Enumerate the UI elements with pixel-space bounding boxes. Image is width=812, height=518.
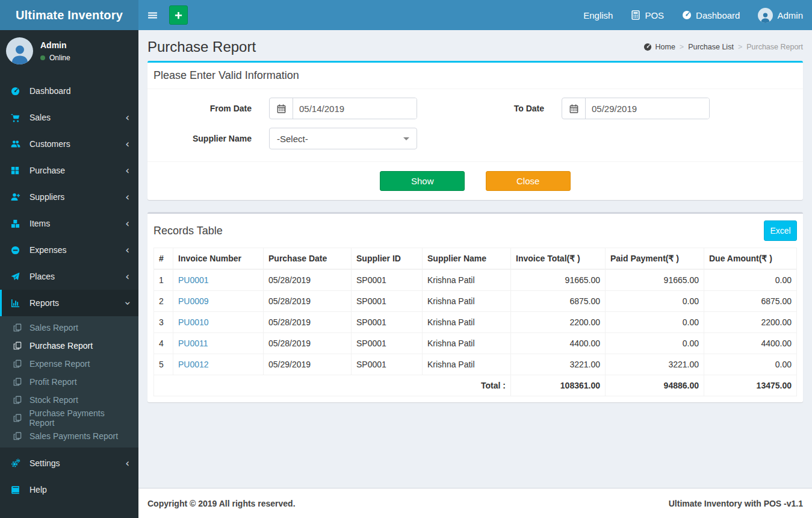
submenu-item-expense-report[interactable]: Expense Report xyxy=(0,355,138,373)
calendar-icon[interactable] xyxy=(270,98,293,119)
filter-card-body: From Date To Date Supplier Name -Select- xyxy=(147,89,803,161)
from-date-input[interactable] xyxy=(293,98,417,119)
dashboard-icon xyxy=(11,87,24,96)
table-header-row: # Invoice Number Purchase Date Supplier … xyxy=(154,248,797,270)
sidebar: Admin Online Dashboard Sales‹ Customers‹… xyxy=(0,30,138,518)
submenu-item-profit-report[interactable]: Profit Report xyxy=(0,373,138,391)
column-header-invoice-total: Invoice Total(₹ ) xyxy=(511,248,606,270)
chevron-left-icon: ‹ xyxy=(125,458,129,469)
nav-language[interactable]: English xyxy=(574,0,622,30)
submenu-item-stock-report[interactable]: Stock Report xyxy=(0,391,138,409)
online-dot-icon xyxy=(40,55,45,60)
invoice-link[interactable]: PU0010 xyxy=(178,317,209,327)
user-plus-icon xyxy=(11,192,24,202)
sidebar-item-settings[interactable]: Settings‹ xyxy=(0,450,138,476)
records-card-title: Records Table xyxy=(153,225,223,237)
table-row: 2 PU0009 05/28/2019 SP0001 Krishna Patil… xyxy=(154,291,797,312)
sidebar-item-reports[interactable]: Reports‹ xyxy=(0,290,138,316)
breadcrumb-current: Purchase Report xyxy=(746,43,803,51)
nav-pos[interactable]: POS xyxy=(622,0,673,30)
invoice-link[interactable]: PU0009 xyxy=(178,296,209,306)
filter-card: Please Enter Valid Information From Date… xyxy=(147,61,803,200)
content-area: Purchase Report Home > Purchase List > P… xyxy=(138,0,812,458)
dashboard-icon xyxy=(682,10,692,20)
invoice-link[interactable]: PU0012 xyxy=(178,360,209,369)
copy-icon xyxy=(13,360,25,368)
sidebar-toggle-button[interactable] xyxy=(138,0,166,30)
from-date-label: From Date xyxy=(153,104,252,113)
person-icon xyxy=(9,43,31,64)
dashboard-icon xyxy=(643,43,652,51)
reports-submenu: Sales Report Purchase Report Expense Rep… xyxy=(0,316,138,448)
top-bar: Ultimate Inventory English POS Dashboard xyxy=(0,0,812,30)
sidebar-item-expenses[interactable]: Expenses‹ xyxy=(0,237,138,263)
calculator-icon xyxy=(631,10,640,20)
chevron-left-icon: ‹ xyxy=(125,219,129,229)
copy-icon xyxy=(13,396,25,404)
plus-icon xyxy=(174,11,183,20)
navbar-right: English POS Dashboard Admin xyxy=(574,0,812,30)
quick-add-button[interactable] xyxy=(169,5,188,25)
to-date-label: To Date xyxy=(435,104,544,113)
breadcrumb-home[interactable]: Home xyxy=(643,43,675,51)
copy-icon xyxy=(13,342,25,350)
breadcrumb-purchase-list[interactable]: Purchase List xyxy=(688,43,734,51)
grid-icon xyxy=(11,166,24,175)
submenu-item-purchase-payments-report[interactable]: Purchase Payments Report xyxy=(0,409,138,427)
to-date-input[interactable] xyxy=(586,98,709,119)
avatar xyxy=(758,8,773,23)
supplier-select[interactable]: -Select- xyxy=(269,128,417,149)
minus-circle-icon xyxy=(11,246,24,255)
table-row: 1 PU0001 05/28/2019 SP0001 Krishna Patil… xyxy=(154,269,797,291)
sidebar-item-places[interactable]: Places‹ xyxy=(0,263,138,290)
records-card-header: Records Table Excel xyxy=(147,214,803,248)
total-paid: 94886.00 xyxy=(606,375,704,396)
chevron-left-icon: ‹ xyxy=(125,113,129,123)
column-header-purchase-date: Purchase Date xyxy=(264,248,352,270)
submenu-item-sales-payments-report[interactable]: Sales Payments Report xyxy=(0,427,138,445)
calendar-icon[interactable] xyxy=(562,98,586,119)
breadcrumb-separator: > xyxy=(680,43,684,51)
submenu-item-sales-report[interactable]: Sales Report xyxy=(0,319,138,337)
total-label: Total : xyxy=(154,375,511,396)
chevron-left-icon: ‹ xyxy=(125,192,129,202)
filter-card-footer: Show Close xyxy=(147,161,803,200)
sidebar-item-customers[interactable]: Customers‹ xyxy=(0,131,138,157)
close-button[interactable]: Close xyxy=(486,171,571,191)
records-card-body: # Invoice Number Purchase Date Supplier … xyxy=(147,248,803,402)
copy-icon xyxy=(13,414,25,422)
total-invoice: 108361.00 xyxy=(511,375,606,396)
total-due: 13475.00 xyxy=(704,375,797,396)
copyright-text: Copyright © 2019 All rights reserved. xyxy=(147,499,296,508)
sidebar-item-dashboard[interactable]: Dashboard xyxy=(0,78,138,104)
records-card: Records Table Excel # Invoice Number Pur… xyxy=(147,212,803,402)
chevron-left-icon: ‹ xyxy=(125,166,129,176)
chevron-left-icon: ‹ xyxy=(125,272,129,282)
breadcrumb: Home > Purchase List > Purchase Report xyxy=(643,43,803,51)
chevron-down-icon: ‹ xyxy=(122,301,132,305)
submenu-item-purchase-report[interactable]: Purchase Report xyxy=(0,337,138,355)
sidebar-menu-bottom: Settings‹ Help xyxy=(0,450,138,503)
from-date-group xyxy=(269,98,417,119)
invoice-link[interactable]: PU0011 xyxy=(178,339,208,348)
sidebar-item-items[interactable]: Items‹ xyxy=(0,210,138,237)
sidebar-item-purchase[interactable]: Purchase‹ xyxy=(0,157,138,184)
table-row: 5 PU0012 05/29/2019 SP0001 Krishna Patil… xyxy=(154,354,797,375)
book-icon xyxy=(11,485,24,495)
sidebar-item-sales[interactable]: Sales‹ xyxy=(0,104,138,131)
invoice-link[interactable]: PU0001 xyxy=(178,275,209,285)
excel-export-button[interactable]: Excel xyxy=(764,220,797,241)
copy-icon xyxy=(13,378,25,386)
filter-card-title: Please Enter Valid Information xyxy=(153,69,299,82)
table-total-row: Total : 108361.00 94886.00 13475.00 xyxy=(154,375,797,396)
nav-dashboard[interactable]: Dashboard xyxy=(673,0,749,30)
app-logo[interactable]: Ultimate Inventory xyxy=(0,0,138,30)
show-button[interactable]: Show xyxy=(380,171,465,191)
sidebar-menu: Dashboard Sales‹ Customers‹ Purchase‹ Su… xyxy=(0,78,138,316)
version-text: Ultimate Inventory with POS -v1.1 xyxy=(669,499,803,508)
sidebar-item-help[interactable]: Help xyxy=(0,476,138,503)
content-header: Purchase Report Home > Purchase List > P… xyxy=(138,30,812,61)
sidebar-item-suppliers[interactable]: Suppliers‹ xyxy=(0,184,138,210)
nav-user-menu[interactable]: Admin xyxy=(749,0,812,30)
table-row: 4 PU0011 05/28/2019 SP0001 Krishna Patil… xyxy=(154,333,797,354)
